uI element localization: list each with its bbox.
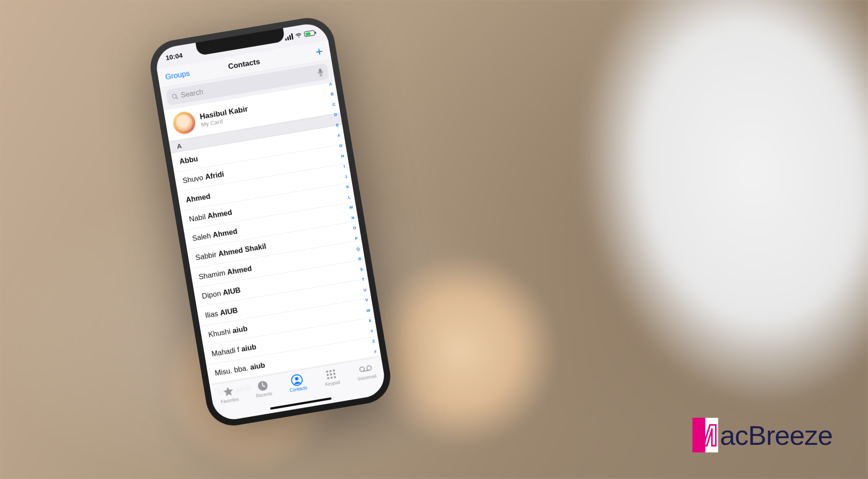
index-letter[interactable]: M xyxy=(349,205,353,210)
index-letter[interactable]: # xyxy=(374,349,377,354)
contact-bold: aiub xyxy=(241,342,257,353)
wifi-icon xyxy=(295,32,303,39)
index-letter[interactable]: I xyxy=(344,164,345,169)
add-contact-button[interactable]: + xyxy=(314,42,324,62)
page-title: Contacts xyxy=(227,57,261,71)
contact-first: Sabbir xyxy=(195,250,219,261)
svg-point-13 xyxy=(331,377,333,379)
contact-icon xyxy=(290,373,304,387)
index-letter[interactable]: U xyxy=(363,287,367,292)
svg-point-8 xyxy=(333,369,335,372)
contact-bold: aiub xyxy=(232,324,248,334)
groups-button[interactable]: Groups xyxy=(164,64,191,87)
svg-point-14 xyxy=(334,376,336,378)
clock-icon xyxy=(256,379,269,393)
contact-first: Khushi xyxy=(208,327,233,339)
index-letter[interactable]: Y xyxy=(370,329,374,334)
index-letter[interactable]: D xyxy=(334,112,337,117)
contact-first: Shuvo xyxy=(182,173,206,185)
svg-point-16 xyxy=(366,365,371,371)
index-letter[interactable]: J xyxy=(344,174,348,179)
index-letter[interactable]: N xyxy=(351,216,355,220)
contact-first: Misu. bba. xyxy=(214,363,251,377)
watermark-m: M xyxy=(692,418,718,452)
contact-first: Mahadi f xyxy=(211,345,242,358)
index-letter[interactable]: C xyxy=(332,102,336,107)
svg-point-12 xyxy=(327,377,329,379)
tab-favorites[interactable]: Favorites xyxy=(210,383,247,406)
contact-bold: Ahmed Shakil xyxy=(218,242,267,258)
contact-first: Shamim xyxy=(198,268,228,281)
tab-keypad[interactable]: Keypad xyxy=(313,366,350,389)
svg-point-9 xyxy=(327,374,329,376)
contact-bold: Ahmed xyxy=(207,208,233,220)
home-indicator[interactable] xyxy=(270,397,332,410)
contact-bold: Ahmed xyxy=(227,264,252,276)
contact-bold: Ahmed xyxy=(185,192,211,204)
svg-line-1 xyxy=(176,97,178,99)
svg-point-6 xyxy=(326,370,328,373)
contact-first: Saleh xyxy=(192,231,213,242)
index-letter[interactable]: H xyxy=(341,153,344,158)
index-letter[interactable]: P xyxy=(355,236,358,241)
index-letter[interactable]: G xyxy=(339,143,343,148)
contact-first: Nabil xyxy=(188,212,208,223)
index-letter[interactable]: V xyxy=(365,298,368,302)
contact-bold: AIUB xyxy=(219,306,239,317)
contact-first: Dipon xyxy=(201,289,223,300)
avatar xyxy=(172,110,197,136)
svg-point-11 xyxy=(333,373,336,375)
tab-recents[interactable]: Recents xyxy=(245,377,282,400)
contact-bold: Afridi xyxy=(204,170,224,181)
index-letter[interactable]: L xyxy=(348,195,351,200)
index-letter[interactable]: O xyxy=(353,226,357,231)
svg-point-7 xyxy=(329,370,332,372)
cellular-signal-icon xyxy=(285,33,293,41)
index-letter[interactable]: W xyxy=(366,308,371,313)
index-letter[interactable]: E xyxy=(336,123,339,128)
index-letter[interactable]: X xyxy=(368,318,372,323)
svg-point-5 xyxy=(295,377,299,381)
status-time: 10:04 xyxy=(165,51,183,61)
index-letter[interactable]: Q xyxy=(356,246,360,251)
contact-bold: aiub xyxy=(250,361,266,371)
contact-first: Ilias xyxy=(204,309,220,319)
index-letter[interactable]: T xyxy=(362,277,365,282)
index-letter[interactable]: R xyxy=(358,256,362,261)
contact-bold: AIUB xyxy=(222,286,241,296)
macbreeze-watermark: MacBreeze xyxy=(692,418,833,452)
voicemail-icon xyxy=(358,362,373,376)
index-letter[interactable]: Z xyxy=(372,339,375,344)
index-letter[interactable]: A xyxy=(329,82,332,86)
watermark-text: acBreeze xyxy=(720,420,833,451)
search-icon xyxy=(171,92,179,100)
status-right xyxy=(285,29,317,41)
battery-icon xyxy=(304,30,317,37)
index-letter[interactable]: K xyxy=(346,185,349,189)
index-letter[interactable]: F xyxy=(337,133,340,138)
microphone-icon[interactable] xyxy=(317,68,324,77)
star-icon xyxy=(222,385,235,398)
keypad-icon xyxy=(325,368,338,381)
index-letter[interactable]: S xyxy=(360,267,364,272)
tab-contacts[interactable]: Contacts xyxy=(279,372,316,394)
contact-bold: Abbu xyxy=(179,154,199,165)
svg-rect-2 xyxy=(319,68,322,73)
svg-point-10 xyxy=(330,373,332,375)
contact-bold: Ahmed xyxy=(212,227,238,239)
tab-voicemail[interactable]: Voicemail xyxy=(348,360,385,383)
index-letter[interactable]: B xyxy=(330,92,334,97)
svg-point-0 xyxy=(172,94,176,98)
